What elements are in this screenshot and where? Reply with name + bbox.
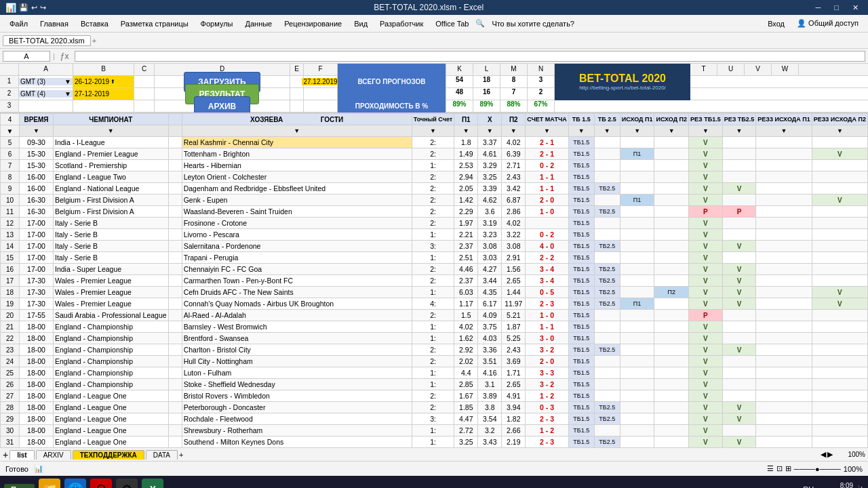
cell-reference[interactable] bbox=[3, 51, 50, 62]
taskbar-app1[interactable]: ⚙ bbox=[116, 479, 138, 488]
taskbar-excel[interactable]: X bbox=[142, 479, 163, 488]
filter-p2[interactable]: ▼ bbox=[502, 125, 526, 137]
btn-archive-cell: АРХИВ bbox=[155, 100, 290, 112]
cell-coef-p2: 5.21 bbox=[502, 310, 526, 321]
menu-layout[interactable]: Разметка страницы bbox=[115, 18, 194, 29]
view-normal[interactable]: ☰ bbox=[767, 464, 774, 473]
filter-match[interactable]: ▼ bbox=[182, 125, 412, 137]
menu-insert[interactable]: Вставка bbox=[75, 18, 114, 29]
taskbar-left: Пуск 📁 🌐 O ⚙ X bbox=[4, 479, 163, 488]
menu-data[interactable]: Данные bbox=[239, 18, 277, 29]
quick-redo[interactable]: ↪ bbox=[40, 3, 46, 12]
filter-tb25[interactable]: ▼ bbox=[594, 125, 620, 137]
cell-match: Shrewsbury - Rotherham bbox=[182, 425, 412, 436]
formula-input[interactable] bbox=[75, 51, 865, 62]
add-sheet-btn[interactable]: + bbox=[3, 449, 8, 460]
col-W-header: W bbox=[772, 64, 799, 75]
cell-match: Bristol Rovers - Wimbledon bbox=[182, 390, 412, 402]
filter-champ[interactable]: ▼ bbox=[54, 125, 169, 137]
tab-filename[interactable]: BET-TOTAL 2020.xlsm bbox=[3, 35, 91, 46]
menu-developer[interactable]: Разработчик bbox=[374, 18, 429, 29]
filter-x[interactable]: ▼ bbox=[478, 125, 502, 137]
sheet-tab-data[interactable]: DATA bbox=[146, 450, 178, 460]
menu-review[interactable]: Рецензирование bbox=[279, 18, 347, 29]
result-cell bbox=[756, 171, 812, 183]
maximize-btn[interactable]: □ bbox=[830, 3, 843, 12]
filter-res1[interactable]: ▼ bbox=[620, 125, 654, 137]
menu-view[interactable]: Вид bbox=[349, 18, 373, 29]
add-tab-btn[interactable]: + bbox=[92, 37, 96, 45]
add-sheet-icon[interactable]: + bbox=[179, 451, 183, 459]
menu-home[interactable]: Главная bbox=[35, 18, 74, 29]
cell-match: Waasland-Beveren - Saint Truiden bbox=[182, 206, 412, 218]
sign-in[interactable]: Вход bbox=[762, 18, 790, 29]
sheet-tab-techsupport[interactable]: ТЕХПОДДЕРЖКА bbox=[73, 450, 144, 460]
cell-empty bbox=[168, 436, 182, 448]
taskbar-browser1[interactable]: 🌐 bbox=[64, 479, 86, 488]
cell-tb15: ТБ1.5 bbox=[568, 333, 594, 344]
filter-p1[interactable]: ▼ bbox=[454, 125, 478, 137]
filter-exact[interactable]: ▼ bbox=[412, 125, 454, 137]
title-bar-controls: ─ □ ✕ bbox=[812, 3, 863, 12]
won-val-2: 16 bbox=[473, 88, 500, 100]
scroll-tabs-right[interactable]: ▶ bbox=[827, 450, 833, 459]
cell-result1 bbox=[620, 264, 654, 275]
date2-cell[interactable]: 27-12-2019 bbox=[73, 88, 134, 100]
filter-score[interactable]: ▼ bbox=[526, 125, 568, 137]
taskbar-clock: 8:09 27.12.2019 bbox=[819, 482, 853, 488]
filter-res2[interactable]: ▼ bbox=[654, 125, 689, 137]
cell-tb25: ТБ2.5 bbox=[594, 344, 620, 356]
cell-match: Trapani - Perugia bbox=[182, 252, 412, 264]
cell-empty bbox=[168, 206, 182, 218]
filter-time[interactable]: ▼ bbox=[20, 125, 54, 137]
show-desktop[interactable]: | bbox=[859, 485, 864, 488]
gmt3-arrow[interactable]: ▼ bbox=[64, 78, 71, 85]
view-page[interactable]: ⊞ bbox=[785, 464, 791, 473]
minimize-btn[interactable]: ─ bbox=[812, 3, 825, 12]
start-button[interactable]: Пуск bbox=[4, 484, 35, 488]
quick-save[interactable]: 💾 bbox=[19, 3, 28, 12]
row-num-4: 4 bbox=[1, 114, 20, 125]
taskbar-files[interactable]: 📁 bbox=[39, 479, 60, 488]
cell-time: 17-55 bbox=[20, 310, 54, 321]
brand-box: BET-TOTAL 2020 http://betting-sport.ru/b… bbox=[555, 64, 690, 100]
filter-tb15[interactable]: ▼ bbox=[568, 125, 594, 137]
date1-cell[interactable]: 26-12-2019 ⬆ bbox=[73, 76, 134, 87]
archive-button[interactable]: АРХИВ bbox=[194, 96, 251, 113]
close-btn[interactable]: ✕ bbox=[848, 3, 863, 12]
scroll-tabs-left[interactable]: ◀ bbox=[821, 450, 826, 459]
filter-res3r1[interactable]: ▼ bbox=[756, 125, 812, 137]
cell-exact-score: 1: bbox=[412, 321, 454, 333]
filter-res3tb15[interactable]: ▼ bbox=[689, 125, 723, 137]
cell-tb25: ТБ2.5 bbox=[594, 241, 620, 252]
sheet-tab-list[interactable]: list bbox=[9, 450, 34, 460]
cell-time: 18-00 bbox=[20, 333, 54, 344]
cell-empty bbox=[168, 252, 182, 264]
quick-undo[interactable]: ↩ bbox=[31, 3, 37, 12]
sheet-tab-arxiv[interactable]: ARXIV bbox=[36, 450, 71, 460]
view-layout[interactable]: ⊡ bbox=[776, 464, 783, 473]
result-cell: V bbox=[689, 160, 723, 171]
menu-file[interactable]: Файл bbox=[4, 18, 33, 29]
menu-formulas[interactable]: Формулы bbox=[195, 18, 239, 29]
cell-score: 1 - 1 bbox=[526, 171, 568, 183]
menu-officetab[interactable]: Office Tab bbox=[430, 18, 474, 29]
taskbar-browser2[interactable]: O bbox=[90, 479, 112, 488]
cell-result2 bbox=[654, 425, 689, 436]
cell-tb15: ТБ1.5 bbox=[568, 356, 594, 367]
cell-tb25: ТБ2.5 bbox=[594, 183, 620, 195]
filter-res3tb25[interactable]: ▼ bbox=[722, 125, 756, 137]
filter-res3r2[interactable]: ▼ bbox=[812, 125, 867, 137]
zoom-slider[interactable]: ────●──── bbox=[794, 465, 841, 473]
share-btn[interactable]: 👤 Общий доступ bbox=[791, 18, 864, 29]
cell-score: 2 - 3 bbox=[526, 413, 568, 425]
col-T-header: T bbox=[690, 64, 717, 75]
cell-coef-p1: 2.53 bbox=[454, 160, 478, 171]
cell-result1 bbox=[620, 321, 654, 333]
gmt4-arrow[interactable]: ▼ bbox=[64, 90, 71, 98]
result-cell bbox=[756, 137, 812, 148]
result-cell bbox=[756, 413, 812, 425]
row-number: 7 bbox=[1, 160, 20, 171]
menu-search[interactable]: Что вы хотите сделать? bbox=[486, 18, 580, 29]
date1-spinner[interactable]: ⬆ bbox=[111, 79, 115, 85]
